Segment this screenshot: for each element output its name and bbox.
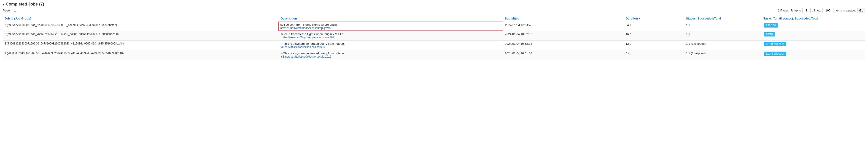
cell-tasks[interactable]: 1/1 (8 skipped) (762, 50, 865, 60)
cell-job-id: 1 (785038523435071909 09_547826098260249… (3, 50, 279, 60)
pagination-left: Page: (3, 8, 18, 13)
table-row: 3 (785038523435071909 09_547826098260249… (3, 41, 865, 50)
col-header-duration[interactable]: Duration (624, 15, 684, 22)
description-link[interactable]: tail at StatisticsCollection.scala:1015 (280, 45, 501, 49)
cell-stages: 1/1 (684, 31, 762, 41)
cell-duration: 12 s (624, 41, 684, 50)
description-text: sql('select * from sternp.flights where … (280, 23, 340, 26)
description-link[interactable]: save at NativeMethodAccessorImpl.java:0 (280, 26, 501, 30)
description-text: -- This is a system generated query from… (280, 52, 346, 55)
cell-stages: 1/1 (1 skipped) (684, 50, 762, 60)
cell-job-id: 3 (785038523435071909 09_547826098260249… (3, 41, 279, 50)
col-header-tasks[interactable]: Tasks (for all stages): Succeeded/Total (762, 15, 865, 22)
page-title-container: ▾ Completed Jobs (7) (3, 2, 865, 7)
page-input[interactable] (12, 8, 18, 13)
jump-to-input[interactable] (802, 8, 811, 13)
cell-tasks[interactable]: 258/258 (762, 22, 865, 31)
description-text: select * from sternp.flights where origi… (280, 32, 343, 36)
cell-submitted: 2024/01/04 10:54:43 (503, 22, 624, 31)
tasks-badge: 1/1 (8 skipped) (764, 42, 786, 46)
table-row: 6 (598642754688077534_622855517299464008… (3, 22, 865, 31)
completed-jobs-table: Job Id (Job Group) Description Submitted… (3, 15, 865, 60)
cell-submitted: 2024/01/04 10:51:58 (503, 50, 624, 60)
tasks-badge: 10/10 (764, 32, 775, 36)
pagination-bar: Page: 1 Pages. Jump to . Show items in a… (3, 8, 865, 13)
cell-duration: 16 s (624, 31, 684, 41)
cell-description: select * from sternp.flights where origi… (279, 31, 503, 41)
description-link[interactable]: isEmpty at StatisticsCollection.scala:10… (280, 55, 501, 58)
description-text: -- This is a system generated query from… (280, 42, 346, 45)
col-header-description[interactable]: Description (279, 15, 503, 22)
col-header-job-id[interactable]: Job Id (Job Group) (3, 15, 279, 22)
pagination-right: 1 Pages. Jump to . Show items in a page.… (778, 8, 865, 13)
cell-submitted: 2024/01/04 10:52:04 (503, 41, 624, 50)
cell-job-id: 2 (598642754688077534_755532563532287 52… (3, 31, 279, 41)
collapse-icon[interactable]: ▾ (3, 2, 4, 6)
show-label: . Show (812, 9, 821, 12)
items-label: items in a page. (835, 9, 856, 12)
cell-stages: 1/1 (1 skipped) (684, 41, 762, 50)
table-row: 1 (785038523435071909 09_547826098260249… (3, 50, 865, 60)
col-header-submitted[interactable]: Submitted (503, 15, 624, 22)
cell-description: -- This is a system generated query from… (279, 41, 503, 50)
cell-tasks[interactable]: 10/10 (762, 31, 865, 41)
cell-duration: 6 s (624, 50, 684, 60)
col-header-stages[interactable]: Stages: Succeeded/Total (684, 15, 762, 22)
cell-stages: 1/1 (684, 22, 762, 31)
cell-duration: 54 s (624, 22, 684, 31)
cell-description: -- This is a system generated query from… (279, 50, 503, 60)
go-button[interactable]: Go (857, 8, 865, 13)
cell-description: sql('select * from sternp.flights where … (279, 22, 503, 31)
page-title-count: (7) (39, 2, 44, 7)
page-title-label: Completed Jobs (6, 2, 38, 7)
cell-job-id: 6 (598642754688077534_622855517299464008… (3, 22, 279, 31)
cell-tasks[interactable]: 1/1 (8 skipped) (762, 41, 865, 50)
show-input[interactable] (823, 8, 833, 13)
cell-submitted: 2024/01/04 10:52:00 (503, 31, 624, 41)
tasks-badge: 1/1 (8 skipped) (764, 52, 786, 56)
description-link[interactable]: collectResult at OutputAggregator.scala:… (280, 36, 501, 39)
tasks-badge: 258/258 (764, 23, 778, 27)
page-label: Page: (3, 9, 10, 12)
pages-info: 1 Pages. Jump to (778, 9, 801, 12)
table-header-row: Job Id (Job Group) Description Submitted… (3, 15, 865, 22)
table-row: 2 (598642754688077534_755532563532287 52… (3, 31, 865, 41)
